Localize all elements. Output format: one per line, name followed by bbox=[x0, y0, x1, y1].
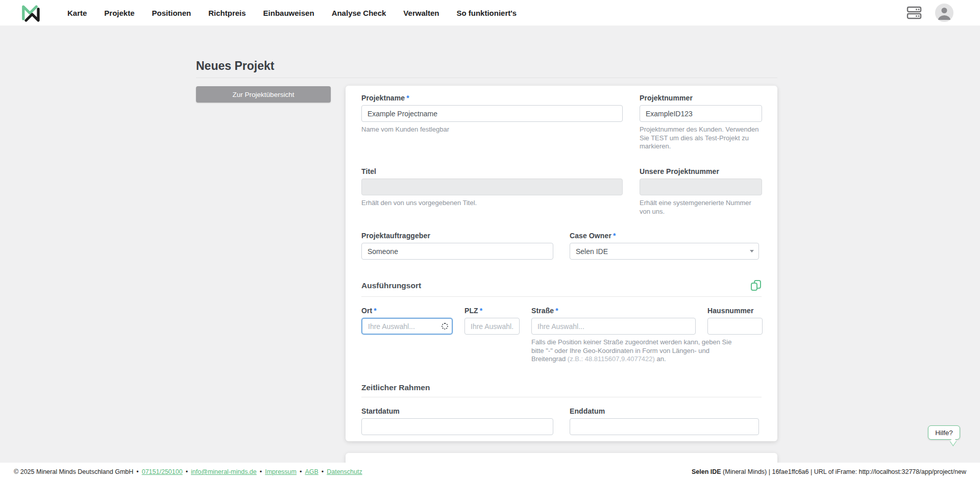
nav-item-verwalten[interactable]: Verwalten bbox=[403, 9, 439, 17]
plz-input[interactable] bbox=[464, 318, 520, 335]
footer: © 2025 Mineral Minds Deutschland GmbH • … bbox=[0, 463, 980, 481]
plz-label: PLZ bbox=[464, 307, 478, 315]
footer-link-agb[interactable]: AGB bbox=[305, 468, 318, 475]
copy-icon[interactable] bbox=[750, 280, 762, 292]
nav-item-positionen[interactable]: Positionen bbox=[152, 9, 191, 17]
footer-link-email[interactable]: info@mineral-minds.de bbox=[191, 468, 257, 475]
server-icon[interactable] bbox=[906, 6, 922, 20]
section-title-zeitlicher-rahmen: Zeitlicher Rahmen bbox=[361, 383, 430, 392]
top-navigation: Karte Projekte Positionen Richtpreis Ein… bbox=[0, 0, 980, 26]
footer-link-datenschutz[interactable]: Datenschutz bbox=[327, 468, 362, 475]
required-asterisk: * bbox=[613, 232, 616, 240]
required-asterisk: * bbox=[374, 307, 377, 315]
session-info: Selen IDE (Mineral Minds) | 16fae1ffc6a6… bbox=[692, 468, 966, 475]
field-strasse: Straße* Falls die Position keiner Straße… bbox=[531, 307, 696, 364]
copyright-text: © 2025 Mineral Minds Deutschland GmbH bbox=[14, 468, 133, 475]
projektauftraggeber-input[interactable] bbox=[361, 243, 553, 260]
section-title-ausfuehrungsort: Ausführungsort bbox=[361, 281, 421, 290]
field-titel: Titel Erhält den von uns vorgegebenen Ti… bbox=[361, 167, 623, 216]
mineral-minds-logo-icon[interactable] bbox=[20, 4, 41, 22]
enddatum-label: Enddatum bbox=[570, 407, 759, 415]
field-projektname: Projektname* Name vom Kunden festlegbar bbox=[361, 94, 623, 151]
enddatum-input[interactable] bbox=[570, 418, 759, 435]
titel-input bbox=[361, 179, 623, 195]
required-asterisk: * bbox=[406, 94, 409, 102]
page-title: Neues Projekt bbox=[196, 59, 274, 73]
unsere-projektnummer-label: Unsere Projektnummer bbox=[640, 167, 762, 175]
hausnummer-label: Hausnummer bbox=[707, 307, 763, 315]
unsere-projektnummer-helper: Erhält eine systemgenerierte Nummer von … bbox=[640, 199, 762, 216]
startdatum-label: Startdatum bbox=[361, 407, 553, 415]
field-ort: Ort* bbox=[361, 307, 453, 364]
required-asterisk: * bbox=[555, 307, 558, 315]
case-owner-label: Case Owner bbox=[570, 232, 611, 240]
required-asterisk: * bbox=[480, 307, 483, 315]
nav-item-analyse-check[interactable]: Analyse Check bbox=[332, 9, 386, 17]
titel-label: Titel bbox=[361, 167, 623, 175]
hausnummer-input[interactable] bbox=[707, 318, 763, 335]
strasse-helper: Falls die Position keiner Straße zugeord… bbox=[531, 338, 732, 364]
nav-item-projekte[interactable]: Projekte bbox=[104, 9, 134, 17]
back-to-project-overview-button[interactable]: Zur Projektübersicht bbox=[196, 86, 331, 103]
strasse-label: Straße bbox=[531, 307, 554, 315]
titel-helper: Erhält den von uns vorgegebenen Titel. bbox=[361, 199, 623, 208]
projektauftraggeber-label: Projektauftraggeber bbox=[361, 232, 553, 240]
nav-item-richtpreis[interactable]: Richtpreis bbox=[208, 9, 246, 17]
ort-label: Ort bbox=[361, 307, 372, 315]
help-button[interactable]: Hilfe? bbox=[928, 425, 960, 440]
title-divider bbox=[196, 78, 777, 78]
field-projektnummer: Projektnummer Projektnummer des Kunden. … bbox=[640, 94, 762, 151]
field-projektauftraggeber: Projektauftraggeber bbox=[361, 232, 553, 260]
section-divider bbox=[361, 296, 762, 297]
user-avatar-icon[interactable] bbox=[935, 4, 953, 22]
unsere-projektnummer-input bbox=[640, 179, 762, 195]
projektnummer-label: Projektnummer bbox=[640, 94, 762, 102]
projektname-input[interactable] bbox=[361, 105, 623, 122]
field-unsere-projektnummer: Unsere Projektnummer Erhält eine systemg… bbox=[640, 167, 762, 216]
field-plz: PLZ* bbox=[464, 307, 520, 364]
nav-item-so-funktionierts[interactable]: So funktioniert's bbox=[456, 9, 517, 17]
projektnummer-input[interactable] bbox=[640, 105, 762, 122]
case-owner-select[interactable] bbox=[570, 243, 759, 260]
footer-link-impressum[interactable]: Impressum bbox=[265, 468, 297, 475]
field-hausnummer: Hausnummer bbox=[707, 307, 763, 364]
section-divider bbox=[361, 397, 762, 397]
nav-item-einbauweisen[interactable]: Einbauweisen bbox=[263, 9, 314, 17]
strasse-input[interactable] bbox=[531, 318, 696, 335]
projektname-label: Projektname bbox=[361, 94, 405, 102]
ort-input[interactable] bbox=[361, 318, 453, 335]
field-enddatum: Enddatum bbox=[570, 407, 759, 435]
nav-item-karte[interactable]: Karte bbox=[67, 9, 87, 17]
main-nav: Karte Projekte Positionen Richtpreis Ein… bbox=[67, 9, 517, 17]
projektname-helper: Name vom Kunden festlegbar bbox=[361, 125, 623, 134]
startdatum-input[interactable] bbox=[361, 418, 553, 435]
footer-link-phone[interactable]: 07151/250100 bbox=[142, 468, 183, 475]
new-project-form-card: Projektname* Name vom Kunden festlegbar … bbox=[346, 86, 777, 441]
field-case-owner: Case Owner* bbox=[570, 232, 759, 260]
field-startdatum: Startdatum bbox=[361, 407, 553, 435]
projektnummer-helper: Projektnummer des Kunden. Verwenden Sie … bbox=[640, 125, 762, 151]
